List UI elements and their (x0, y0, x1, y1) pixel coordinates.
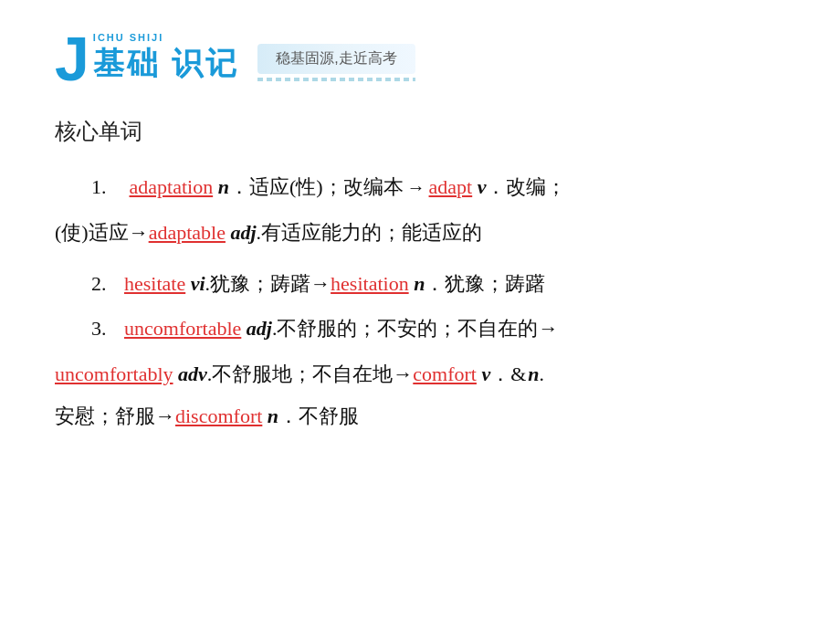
pos-adj-1: adj (230, 214, 256, 252)
list-item-3: 3. uncomfortable adj. 不舒服的；不安的；不自在的→ (55, 310, 785, 348)
meaning-adaptation: 适应(性)；改编本 (249, 168, 404, 206)
item-number-3: 3. (91, 310, 117, 348)
pos-v-1: v (478, 168, 487, 206)
dot-1: ． (229, 168, 249, 206)
dot-n-2: ． (425, 265, 445, 303)
item-number-1: 1. (91, 168, 117, 206)
word-discomfort: discomfort (175, 397, 262, 436)
meaning-comfort: 安慰；舒服→ (55, 397, 175, 436)
list-item-3-line2: uncomfortably adv. 不舒服地；不自在地→ comfort v．… (55, 355, 785, 394)
meaning-adapt: 改编； (506, 168, 566, 206)
pos-n-2: n (414, 265, 425, 303)
ampersand-n: &n. (510, 355, 544, 394)
logo-letter: J (55, 27, 89, 89)
pos-n-1: n (218, 168, 229, 206)
word-uncomfortably: uncomfortably (55, 355, 173, 394)
banner-text: 稳基固源,走近高考 (276, 50, 396, 66)
word-adaptable: adaptable (149, 214, 226, 252)
content-area: 1. adaptation n． 适应(性)；改编本 → adapt v． 改编… (55, 168, 785, 436)
main-title: 基础 识记 (93, 43, 239, 85)
meaning-hesitate: 犹豫；踌躇→ (210, 265, 331, 303)
header-right: 稳基固源,走近高考 (257, 44, 785, 74)
word-adaptation: adaptation (130, 168, 214, 206)
meaning-adaptable: 有适应能力的；能适应的 (261, 214, 482, 252)
list-item-continuation: (使)适应→ adaptable adj. 有适应能力的；能适应的 (55, 214, 785, 252)
item-number-2: 2. (91, 265, 117, 303)
word-hesitate: hesitate (124, 265, 185, 303)
word-hesitation: hesitation (331, 265, 409, 303)
dot-n-3: ． (278, 397, 299, 436)
meaning-uncomfortably: 不舒服地；不自在地→ (212, 355, 413, 394)
dot-v-3: ． (490, 355, 510, 394)
meaning-hesitation: 犹豫；踌躇 (445, 265, 545, 303)
word-uncomfortable: uncomfortable (124, 310, 241, 348)
header-dots-decoration (257, 78, 415, 81)
header-banner: 稳基固源,走近高考 (257, 44, 415, 74)
list-item-3-line3: 安慰；舒服→ discomfort n． 不舒服 (55, 397, 785, 436)
dot-v-1: ． (486, 168, 506, 206)
pos-n-3: n (268, 397, 278, 436)
word-adapt: adapt (429, 168, 473, 206)
meaning-uncomfortable: 不舒服的；不安的；不自在的→ (277, 310, 558, 348)
page: J ICHU SHIJI 基础 识记 稳基固源,走近高考 核心单词 1. ada… (0, 0, 840, 630)
list-item-2: 2. hesitate vi. 犹豫；踌躇→ hesitation n． 犹豫；… (55, 265, 785, 303)
word-comfort: comfort (413, 355, 477, 394)
pos-adv-3: adv (178, 355, 207, 394)
meaning-discomfort: 不舒服 (299, 397, 359, 436)
arrow-1: → (407, 170, 425, 205)
pos-vi-2: vi (191, 265, 205, 303)
logo-text-block: ICHU SHIJI 基础 识记 (93, 32, 239, 85)
pos-adj-3: adj (247, 310, 272, 348)
ichu-shiji-label: ICHU SHIJI (93, 32, 239, 43)
pos-v-3: v (481, 355, 490, 394)
section-title: 核心单词 (55, 117, 785, 146)
header: J ICHU SHIJI 基础 识记 稳基固源,走近高考 (55, 27, 785, 89)
list-item: 1. adaptation n． 适应(性)；改编本 → adapt v． 改编… (55, 168, 785, 206)
adapt-meaning-cont: (使)适应→ (55, 214, 149, 252)
